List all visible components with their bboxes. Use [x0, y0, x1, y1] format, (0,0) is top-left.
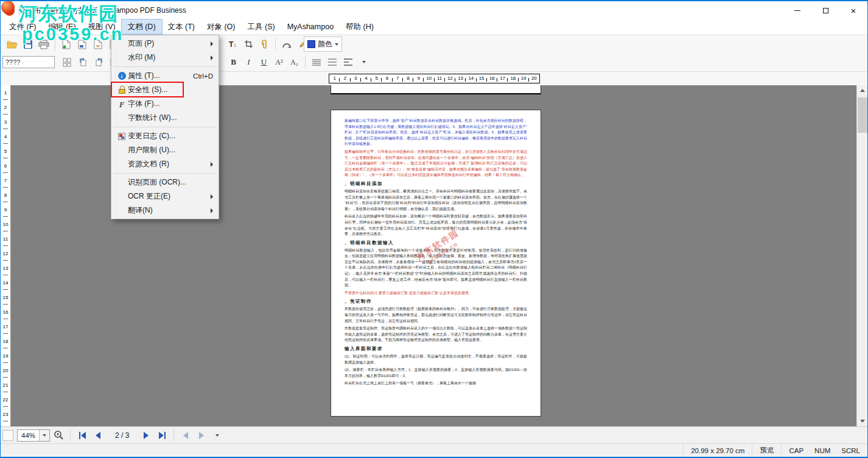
line-spacing-small-icon: [312, 58, 321, 66]
menu-item-change-log[interactable]: 变更日志 (C)...: [111, 129, 219, 143]
arrow-right-icon: [159, 432, 164, 439]
maximize-button[interactable]: [811, 1, 839, 19]
menu-separator: [113, 173, 217, 174]
ruler-number: 5: [1, 144, 10, 158]
menu-item-recognize-ocr[interactable]: 识别页面 (OCR)...: [111, 175, 219, 189]
close-button[interactable]: ×: [839, 1, 867, 19]
open-folder-icon: [7, 40, 18, 49]
menubar-item-edit[interactable]: 编辑 (E): [42, 19, 82, 34]
ruler-number: 12: [1, 246, 10, 261]
toolbar-separator: [275, 38, 276, 51]
crop-button[interactable]: [241, 37, 256, 52]
first-page-button[interactable]: [75, 429, 89, 442]
attach-file-button[interactable]: [257, 37, 271, 52]
menu-item-user-restrictions[interactable]: 用户限制 (U)...: [111, 143, 219, 157]
preview-label[interactable]: 预览: [760, 446, 774, 455]
rotate-right-button[interactable]: [91, 55, 106, 69]
menubar-item-tools[interactable]: 工具 (S): [242, 19, 281, 34]
extract-page-button[interactable]: [91, 37, 105, 52]
menu-item-fonts[interactable]: 字体 (F)...: [111, 97, 219, 111]
arrow-up-icon: [860, 89, 865, 92]
print-button[interactable]: [37, 37, 51, 52]
window-border-left: [0, 0, 1, 458]
pdf-page[interactable]: 新编辑窗口右下部显示中导，选择“资产”科目数据表在科目数据表格选项。然后，分别点…: [331, 110, 541, 417]
menu-item-watermark[interactable]: 水印 (M): [111, 51, 219, 65]
page-heading: 、明细科目添加: [345, 181, 527, 187]
find-input[interactable]: [2, 56, 55, 68]
menu-item-word-count[interactable]: 字数统计 (W)...: [111, 111, 219, 125]
vertical-scrollbar[interactable]: [856, 85, 867, 426]
submenu-arrow-icon: [211, 55, 213, 60]
scroll-down-button[interactable]: [857, 416, 867, 426]
line-spacing-medium-button[interactable]: [325, 55, 340, 69]
underline-button[interactable]: U: [257, 55, 271, 69]
superscript-button[interactable]: A²: [272, 55, 286, 69]
menubar-item-document[interactable]: 文档 (D): [122, 19, 162, 34]
menubar-item-object[interactable]: 对象 (O): [201, 19, 242, 34]
chevron-down-icon: [215, 434, 219, 437]
menubar-item-help[interactable]: 帮助 (H): [340, 19, 380, 34]
rotate-left-button[interactable]: [75, 55, 90, 69]
history-forward-button[interactable]: [194, 429, 209, 442]
window-border-top: [0, 0, 868, 1]
ruler-number: 7: [393, 74, 403, 83]
save-button[interactable]: [21, 37, 35, 52]
color-swatch-icon: [307, 40, 315, 48]
menubar-item-myashampoo[interactable]: MyAshampoo: [281, 19, 340, 34]
subscript-button[interactable]: A₂: [287, 55, 301, 69]
fit-page-button[interactable]: [2, 430, 13, 441]
color-picker-button[interactable]: 颜色: [304, 37, 342, 52]
minimize-button[interactable]: [783, 1, 811, 19]
measure-button[interactable]: [279, 37, 294, 52]
history-dropdown-button[interactable]: [210, 429, 225, 442]
new-page-button[interactable]: [59, 37, 74, 52]
insert-page-button[interactable]: [75, 37, 89, 52]
ruler-number: 9: [1, 202, 10, 217]
menu-item-resource-document[interactable]: 资源文档 (R): [111, 157, 219, 171]
navigation-bar: 44% 2 / 3: [1, 426, 867, 443]
menu-item-pages[interactable]: 页面 (P): [111, 37, 219, 51]
status-bar: 20.99 x 29.70 cm 预览 CAP NUM SCRL: [1, 443, 867, 457]
scrollbar-thumb[interactable]: [858, 97, 867, 133]
scroll-up-button[interactable]: [857, 85, 867, 96]
menubar-item-file[interactable]: 文件 (F): [3, 19, 42, 34]
zoom-value: 44%: [18, 432, 39, 439]
more-format-button[interactable]: [357, 55, 371, 69]
ruler-number: 4: [361, 74, 371, 83]
line-spacing-small-button[interactable]: [309, 55, 324, 69]
submenu-arrow-icon: [211, 208, 213, 213]
thumbnails-button[interactable]: [60, 55, 74, 69]
ruler-number: 8: [1, 188, 10, 202]
zoom-dropdown-button[interactable]: [39, 430, 49, 441]
menu-item-properties[interactable]: 属性 (T)... Ctrl+D: [111, 69, 219, 83]
menu-item-translate[interactable]: 翻译(N): [111, 203, 219, 217]
previous-page-button[interactable]: [91, 429, 105, 442]
menu-item-ocr-correction[interactable]: OCR 更正(E): [111, 189, 219, 203]
chevron-down-icon: [335, 43, 338, 46]
line-spacing-medium-icon: [327, 58, 337, 66]
ruler-number: 18: [508, 74, 518, 83]
italic-button[interactable]: I: [242, 55, 256, 69]
file-tools-group: [4, 35, 122, 53]
toolbar-separator: [55, 38, 55, 51]
bold-button[interactable]: B: [226, 55, 240, 69]
text-fit-button[interactable]: T↕: [225, 37, 240, 52]
zoom-level-select[interactable]: 44%: [17, 429, 50, 442]
history-back-button[interactable]: [178, 429, 193, 442]
paperclip-icon: [260, 40, 268, 49]
ruler-number: 4: [1, 129, 10, 144]
insert-page-icon: [78, 40, 86, 49]
next-page-button[interactable]: [139, 429, 153, 442]
ruler-number: 20: [529, 74, 539, 83]
arrow-down-icon: [860, 420, 865, 423]
page-size-cell: 20.99 x 29.70 cm: [683, 444, 752, 457]
arc-tool-icon: [282, 40, 292, 49]
ruler-number: 9: [413, 74, 424, 83]
open-file-button[interactable]: [5, 37, 19, 52]
menubar-item-view[interactable]: 视图 (V): [82, 19, 122, 34]
menubar-item-text[interactable]: 文本 (T): [162, 19, 201, 34]
ruler-number: 20: [1, 363, 10, 378]
zoom-tool-button[interactable]: [51, 429, 66, 442]
line-spacing-large-button[interactable]: [341, 55, 355, 69]
last-page-button[interactable]: [155, 429, 169, 442]
